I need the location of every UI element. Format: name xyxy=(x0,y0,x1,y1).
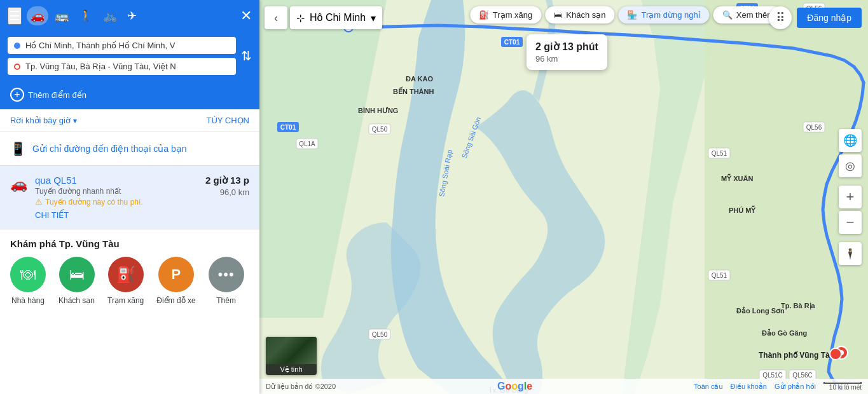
destination-input[interactable]: Tp. Vũng Tàu, Bà Rịa - Vũng Tàu, Việt N xyxy=(8,58,236,75)
svg-text:QL50: QL50 xyxy=(372,126,388,133)
parking-icon-circle: P xyxy=(158,257,194,292)
destination-dot xyxy=(14,64,20,70)
location-text: Hô Chi Minh xyxy=(310,12,366,24)
terms-link[interactable]: Điều khoản xyxy=(731,383,767,391)
depart-bar: Rời khởi bây giờ ▾ TÙY CHỌN xyxy=(0,109,259,132)
gas-category-button[interactable]: ⛽ Trạm xăng xyxy=(470,6,541,24)
flight-mode-button[interactable]: ✈ xyxy=(123,6,141,25)
google-logo: Google xyxy=(497,381,532,392)
add-stop-button[interactable]: + Thêm điểm đến xyxy=(10,85,86,103)
svg-text:QL1A: QL1A xyxy=(299,140,315,147)
collapse-panel-button[interactable]: ‹ xyxy=(265,6,287,29)
send-directions-text: Gửi chỉ đường đến điện thoại của bạn xyxy=(32,144,187,154)
svg-text:QL56C: QL56C xyxy=(792,372,813,379)
gas-category-icon: ⛽ xyxy=(479,10,489,20)
transit-mode-button[interactable]: 🚌 xyxy=(51,6,72,25)
search-more-icon: 🔍 xyxy=(722,10,733,20)
depart-label: Rời khởi bây giờ xyxy=(10,116,71,125)
hotel-label: Khách sạn xyxy=(59,296,95,305)
svg-text:QL51: QL51 xyxy=(712,150,727,157)
hotel-category-button[interactable]: 🛏 Khách sạn xyxy=(545,6,614,24)
satellite-thumbnail[interactable]: Vệ tinh xyxy=(266,337,317,375)
svg-text:Thành phố Vũng Tàu: Thành phố Vũng Tàu xyxy=(759,351,834,360)
controls-divider xyxy=(839,181,862,182)
send-directions-row[interactable]: 📱 Gửi chỉ đường đến điện thoại của bạn xyxy=(0,132,259,166)
explore-parking[interactable]: P Điểm đỗ xe xyxy=(156,257,195,305)
route-via-name: qua QL51 xyxy=(35,175,198,186)
route-time: 2 giờ 13 p 96,0 km xyxy=(205,175,249,197)
hotel-category-label: Khách sạn xyxy=(566,10,605,20)
zoom-out-button[interactable]: − xyxy=(839,211,862,234)
add-stop-label: Thêm điểm đến xyxy=(28,90,86,100)
see-more-label: Xem thêm xyxy=(736,10,774,20)
tooltip-duration: 2 giờ 13 phút xyxy=(535,41,598,53)
options-button[interactable]: TÙY CHỌN xyxy=(206,116,249,125)
svg-text:Đảo Long Sơn: Đảo Long Sơn xyxy=(736,306,785,315)
svg-text:CT01: CT01 xyxy=(504,39,520,46)
global-link[interactable]: Toàn cầu xyxy=(694,383,723,391)
waypoints: Hồ Chí Minh, Thành phố Hồ Chí Minh, V Tp… xyxy=(8,37,236,75)
google-logo-area: Google xyxy=(497,381,532,392)
location-selector[interactable]: ⊹ Hô Chi Minh ▾ xyxy=(290,6,382,29)
pegman-button[interactable]: 🕴 xyxy=(839,242,862,265)
bottom-bar-right: Toàn cầu Điều khoản Gửi phản hồi 10 ki l… xyxy=(694,382,862,391)
header-right: ⠿ Đăng nhập xyxy=(769,6,862,29)
svg-text:QL56: QL56 xyxy=(806,124,822,131)
walk-mode-button[interactable]: 🚶 xyxy=(75,6,97,25)
destination-text: Tp. Vũng Tàu, Bà Rịa - Vũng Tàu, Việt N xyxy=(25,62,230,71)
explore-title: Khám phá Tp. Vũng Tàu xyxy=(10,238,249,249)
origin-input[interactable]: Hồ Chí Minh, Thành phố Hồ Chí Minh, V xyxy=(8,37,236,54)
login-button[interactable]: Đăng nhập xyxy=(797,8,862,28)
route-distance: 96,0 km xyxy=(205,187,249,197)
my-location-button[interactable]: ◎ xyxy=(839,154,862,177)
explore-hotel[interactable]: 🛏 Khách sạn xyxy=(59,257,95,305)
more-icon-circle: ••• xyxy=(209,257,244,292)
add-stop-icon: + xyxy=(10,88,24,102)
map-area[interactable]: QL56 CT01 CT01 CT01 QL56 QL1A QL50 QL51 … xyxy=(259,0,868,394)
zoom-in-button[interactable]: + xyxy=(839,186,862,208)
explore-gas[interactable]: ⛽ Trạm xăng xyxy=(107,257,144,305)
rest-stop-category-button[interactable]: 🏪 Trạm dừng nghỉ xyxy=(618,6,709,24)
apps-button[interactable]: ⠿ xyxy=(769,6,792,29)
gas-icon-circle: ⛽ xyxy=(108,257,144,292)
warning-icon: ⚠ xyxy=(35,197,43,207)
map-nav-controls: ‹ ⊹ Hô Chi Minh ▾ xyxy=(265,6,382,29)
explore-more[interactable]: ••• Thêm xyxy=(209,257,244,305)
drive-mode-button[interactable]: 🚗 xyxy=(27,6,48,25)
tooltip-distance: 96 km xyxy=(535,54,598,64)
depart-selector[interactable]: Rời khởi bây giờ ▾ xyxy=(10,116,77,125)
bike-mode-button[interactable]: 🚲 xyxy=(99,6,121,25)
hotel-icon-circle: 🛏 xyxy=(59,257,95,292)
route-option-ql51[interactable]: 🚗 qua QL51 Tuyến đường nhanh nhất ⚠ Tuyế… xyxy=(0,166,259,229)
svg-text:Tp. Bà Rịa: Tp. Bà Rịa xyxy=(781,302,816,310)
car-route-icon: 🚗 xyxy=(10,176,27,193)
map-bottom-bar: Dữ liệu bản đồ ©2020 Google Toàn cầu Điề… xyxy=(259,379,868,394)
close-button[interactable]: ✕ xyxy=(240,8,252,24)
map-category-buttons: ⛽ Trạm xăng 🛏 Khách sạn 🏪 Trạm dừng nghỉ… xyxy=(470,6,783,24)
origin-text: Hồ Chí Minh, Thành phố Hồ Chí Minh, V xyxy=(25,41,230,50)
route-fastest-label: Tuyến đường nhanh nhất xyxy=(35,187,198,196)
location-arrow-icon: ▾ xyxy=(371,12,376,24)
chi-tiet-button[interactable]: CHI TIẾT xyxy=(35,210,198,220)
send-directions-icon: 📱 xyxy=(10,141,26,156)
restaurant-icon-circle: 🍽 xyxy=(10,257,46,292)
depart-arrow-icon: ▾ xyxy=(73,116,77,125)
route-duration: 2 giờ 13 p xyxy=(205,175,249,186)
satellite-label: Vệ tinh xyxy=(266,364,317,375)
left-panel: ☰ 🚗 🚌 🚶 🚲 ✈ ✕ Hồ Chí Minh, Thành phố Hồ … xyxy=(0,0,259,394)
feedback-link[interactable]: Gửi phản hồi xyxy=(775,383,816,391)
svg-text:ĐA KAO: ĐA KAO xyxy=(406,75,433,83)
rest-stop-icon: 🏪 xyxy=(627,10,637,20)
swap-waypoints-button[interactable]: ⇅ xyxy=(241,48,252,64)
svg-text:Đảo Gò Găng: Đảo Gò Găng xyxy=(762,329,807,337)
scale-bar: 10 ki lô mét xyxy=(823,382,862,391)
bottom-bar-left: Dữ liệu bản đồ ©2020 xyxy=(266,383,336,391)
restaurant-label: Nhà hàng xyxy=(11,296,45,305)
explore-icons: 🍽 Nhà hàng 🛏 Khách sạn ⛽ Trạm xăng P Điể… xyxy=(10,257,249,305)
explore-restaurant[interactable]: 🍽 Nhà hàng xyxy=(10,257,46,305)
menu-button[interactable]: ☰ xyxy=(8,7,22,25)
gas-category-label: Trạm xăng xyxy=(493,10,532,20)
globe-view-button[interactable]: 🌐 xyxy=(839,129,862,152)
explore-section: Khám phá Tp. Vũng Tàu 🍽 Nhà hàng 🛏 Khách… xyxy=(0,229,259,311)
map-right-controls: 🌐 ◎ + − 🕴 xyxy=(839,129,862,265)
